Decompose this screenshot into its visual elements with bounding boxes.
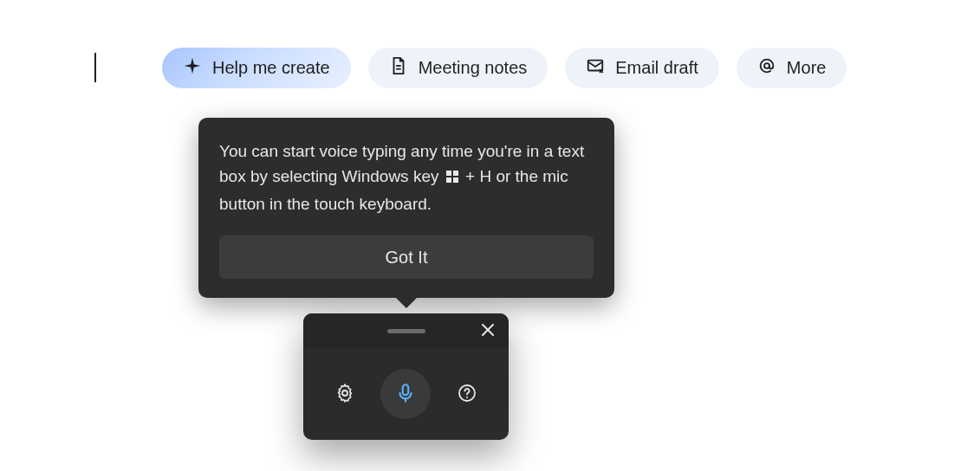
svg-rect-7 [453,177,458,183]
voice-panel-body [303,348,509,440]
chip-label: Email draft [615,58,698,78]
svg-point-14 [466,397,468,398]
windows-key-icon [445,165,459,190]
svg-rect-4 [446,171,451,176]
at-icon [757,56,776,80]
svg-rect-5 [453,171,458,176]
got-it-button[interactable]: Got It [219,236,594,279]
chip-label: More [787,58,827,78]
help-button[interactable] [451,378,483,410]
svg-rect-6 [446,177,451,183]
svg-point-10 [342,390,347,396]
suggestion-chips: Help me create Meeting notes Email draft… [162,48,847,88]
microphone-icon [394,382,417,407]
email-draft-chip[interactable]: Email draft [565,48,719,88]
svg-rect-11 [403,384,409,395]
meeting-notes-chip[interactable]: Meeting notes [368,48,548,88]
sparkle-icon [183,56,202,80]
tooltip-text: You can start voice typing any time you'… [219,139,594,216]
help-icon [457,383,477,406]
voice-panel-header[interactable] [303,313,509,348]
gear-icon [334,383,355,406]
close-icon [482,324,494,339]
chip-label: Meeting notes [419,58,528,78]
tooltip-caret [394,296,419,308]
settings-button[interactable] [329,378,360,410]
email-icon [586,56,605,80]
microphone-button[interactable] [380,369,431,419]
chip-label: Help me create [212,58,330,78]
document-icon [389,56,408,80]
voice-typing-panel [303,313,509,440]
close-button[interactable] [477,320,498,341]
voice-typing-tooltip: You can start voice typing any time you'… [198,118,614,298]
drag-handle[interactable] [387,329,425,333]
more-chip[interactable]: More [737,48,847,88]
text-cursor [94,53,96,82]
help-me-create-chip[interactable]: Help me create [162,48,351,88]
